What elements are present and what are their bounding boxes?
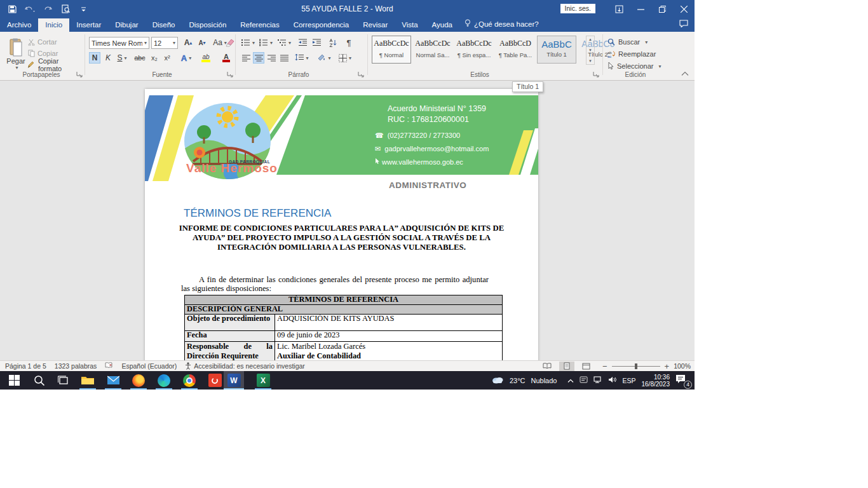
reference-table[interactable]: TÉRMINOS DE REFERENCIA DESCRIPCIÓN GENER… <box>184 295 503 360</box>
weather-temp[interactable]: 23°C <box>510 377 526 384</box>
style-titulo-1[interactable]: AaBbC Título 1 <box>537 36 576 64</box>
replace-button[interactable]: abac Reemplazar <box>607 48 666 60</box>
strikethrough-button[interactable]: abc <box>132 52 147 64</box>
excel-taskbar-icon[interactable]: X <box>250 371 276 390</box>
read-mode-button[interactable] <box>539 362 555 371</box>
mail-icon[interactable] <box>100 371 126 390</box>
multilevel-list-button[interactable]: ▾ <box>276 36 292 49</box>
table-label-cell[interactable]: Responsable de la Dirección Requirente <box>185 342 275 361</box>
tell-me-box[interactable]: ¿Qué desea hacer? <box>459 17 544 32</box>
table-value-cell[interactable]: Lic. Maribel Lozada Garcés Auxiliar de C… <box>275 342 503 361</box>
font-size-combo[interactable]: 12 ▾ <box>151 37 178 49</box>
table-label-cell[interactable]: Fecha <box>185 331 275 342</box>
tab-disposicion[interactable]: Disposición <box>182 18 233 32</box>
tab-diseno[interactable]: Diseño <box>146 18 182 32</box>
minimize-icon[interactable] <box>630 0 651 18</box>
taskbar-search-icon[interactable] <box>27 371 52 390</box>
table-label-cell[interactable]: Objeto de procedimiento <box>185 315 275 331</box>
tab-dibujar[interactable]: Dibujar <box>108 18 145 32</box>
line-spacing-button[interactable]: ▾ <box>294 52 310 64</box>
tab-ayuda[interactable]: Ayuda <box>425 18 459 32</box>
sign-in-button[interactable]: Inic. ses. <box>560 4 595 13</box>
style-normal-sa[interactable]: AaBbCcDc Normal Sa... <box>413 36 452 64</box>
tab-correspondencia[interactable]: Correspondencia <box>287 18 356 32</box>
tray-chevron-icon[interactable] <box>567 377 574 384</box>
styles-gallery-scroll[interactable]: ▲ ▼ ▼ <box>586 36 595 65</box>
firefox-icon[interactable] <box>126 371 151 390</box>
style-sin-espaciado[interactable]: AaBbCcDc ¶ Sin espa... <box>454 36 494 64</box>
edge-icon[interactable] <box>151 371 177 390</box>
feedback-comment-icon[interactable] <box>679 18 688 30</box>
table-header-cell[interactable]: TÉRMINOS DE REFERENCIA <box>185 295 503 305</box>
superscript-button[interactable]: x² <box>161 52 173 64</box>
font-family-combo[interactable]: Times New Roma ▾ <box>89 37 149 49</box>
show-marks-button[interactable]: ¶ <box>343 36 355 49</box>
task-view-icon[interactable] <box>51 371 76 390</box>
doc-heading[interactable]: TÉRMINOS DE REFERENCIA <box>184 207 331 220</box>
file-explorer-icon[interactable] <box>75 371 100 390</box>
onedrive-tray-icon[interactable] <box>580 376 588 384</box>
borders-button[interactable]: ▾ <box>336 52 355 64</box>
action-center-icon[interactable]: 4 <box>675 374 689 387</box>
tab-vista[interactable]: Vista <box>395 18 424 32</box>
shading-button[interactable]: ▾ <box>315 52 333 64</box>
close-icon[interactable] <box>673 0 695 18</box>
tab-archivo[interactable]: Archivo <box>0 18 38 32</box>
highlight-button[interactable]: ab <box>197 52 215 64</box>
align-left-button[interactable] <box>240 52 252 64</box>
language-indicator[interactable]: Español (Ecuador) <box>121 362 177 370</box>
paste-button[interactable]: Pegar ▾ <box>5 36 27 72</box>
styles-scroll-down-icon[interactable]: ▼ <box>588 48 592 52</box>
styles-dialog-launcher-icon[interactable] <box>593 71 600 79</box>
style-normal[interactable]: AaBbCcDc ¶ Normal <box>372 36 411 64</box>
document-page[interactable]: Acuerdo Ministerial N° 1359 RUC : 176812… <box>145 89 538 360</box>
collapse-ribbon-icon[interactable] <box>681 70 689 78</box>
input-language[interactable]: ESP <box>622 377 635 384</box>
underline-button[interactable]: S▾ <box>114 52 130 64</box>
zoom-in-button[interactable]: + <box>665 362 670 371</box>
clipboard-dialog-launcher-icon[interactable] <box>76 71 84 79</box>
italic-button[interactable]: K <box>103 52 113 64</box>
zoom-out-button[interactable]: − <box>602 362 607 371</box>
network-tray-icon[interactable] <box>593 376 602 384</box>
proofing-icon[interactable] <box>105 362 113 370</box>
find-button[interactable]: Buscar ▾ <box>607 36 662 48</box>
word-count[interactable]: 1323 palabras <box>55 362 97 370</box>
text-effects-button[interactable]: A▾ <box>178 52 194 64</box>
print-layout-button[interactable] <box>559 362 574 371</box>
format-painter-button[interactable]: Copiar formato <box>28 58 84 71</box>
word-taskbar-icon[interactable]: W <box>224 371 244 390</box>
chrome-icon[interactable] <box>177 371 202 390</box>
admin-label[interactable]: ADMINISTRATIVO <box>389 180 484 190</box>
accessibility-status[interactable]: Accesibilidad: es necesario investigar <box>185 362 305 370</box>
doc-intro-paragraph[interactable]: A fin de determinar las condiciones gene… <box>181 275 489 293</box>
font-color-button[interactable]: A <box>217 52 235 64</box>
justify-button[interactable] <box>278 52 290 64</box>
volume-tray-icon[interactable] <box>608 376 616 384</box>
restore-icon[interactable] <box>651 0 673 18</box>
tab-revisar[interactable]: Revisar <box>356 18 395 32</box>
font-dialog-launcher-icon[interactable] <box>227 71 234 79</box>
table-value-cell[interactable]: 09 de junio de 2023 <box>275 331 503 342</box>
letterhead-image[interactable]: Acuerdo Ministerial N° 1359 RUC : 176812… <box>145 95 538 181</box>
table-value-cell[interactable]: ADQUISICIÓN DE KITS AYUDAS <box>275 315 503 331</box>
zoom-slider[interactable] <box>612 366 660 367</box>
decrease-indent-button[interactable] <box>296 36 309 49</box>
increase-indent-button[interactable] <box>310 36 323 49</box>
align-center-button[interactable] <box>253 52 264 64</box>
page-indicator[interactable]: Página 1 de 5 <box>5 362 46 370</box>
tab-insertar[interactable]: Insertar <box>69 18 108 32</box>
zoom-slider-thumb[interactable] <box>635 363 637 369</box>
ribbon-display-options-icon[interactable] <box>608 0 630 18</box>
bullets-button[interactable]: ▾ <box>240 36 255 49</box>
weather-desc[interactable]: Nublado <box>531 377 557 384</box>
tab-inicio[interactable]: Inicio <box>38 18 69 32</box>
zoom-percentage[interactable]: 100% <box>674 362 691 370</box>
subscript-button[interactable]: x₂ <box>149 52 160 64</box>
sort-button[interactable] <box>327 36 339 49</box>
styles-scroll-up-icon[interactable]: ▲ <box>588 37 592 41</box>
document-canvas[interactable]: Título 1 <box>0 81 695 360</box>
table-section-cell[interactable]: DESCRIPCIÓN GENERAL <box>185 305 503 315</box>
cut-button[interactable]: Cortar <box>28 36 79 48</box>
style-table-paragraph[interactable]: AaBbCcD ¶ Table Pa... <box>496 36 535 64</box>
